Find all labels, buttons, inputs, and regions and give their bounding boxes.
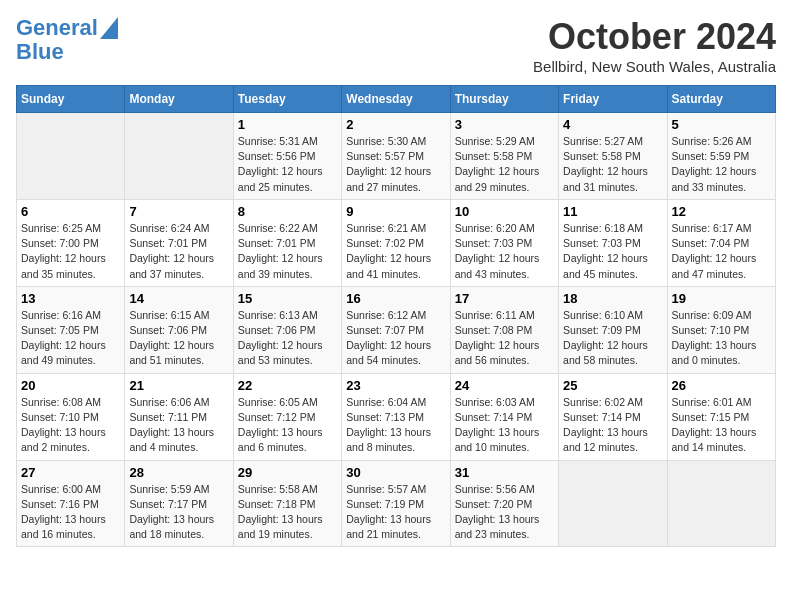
day-info: Sunrise: 6:01 AM Sunset: 7:15 PM Dayligh… [672,395,771,456]
day-number: 25 [563,378,662,393]
day-info: Sunrise: 6:13 AM Sunset: 7:06 PM Dayligh… [238,308,337,369]
day-number: 18 [563,291,662,306]
calendar-cell: 11 Sunrise: 6:18 AM Sunset: 7:03 PM Dayl… [559,199,667,286]
logo-blue: Blue [16,40,64,64]
calendar-cell: 28 Sunrise: 5:59 AM Sunset: 7:17 PM Dayl… [125,460,233,547]
calendar-cell: 3 Sunrise: 5:29 AM Sunset: 5:58 PM Dayli… [450,113,558,200]
day-info: Sunrise: 5:58 AM Sunset: 7:18 PM Dayligh… [238,482,337,543]
day-number: 17 [455,291,554,306]
day-info: Sunrise: 5:30 AM Sunset: 5:57 PM Dayligh… [346,134,445,195]
calendar-cell: 20 Sunrise: 6:08 AM Sunset: 7:10 PM Dayl… [17,373,125,460]
month-title: October 2024 [533,16,776,58]
title-block: October 2024 Bellbird, New South Wales, … [533,16,776,75]
calendar-cell: 25 Sunrise: 6:02 AM Sunset: 7:14 PM Dayl… [559,373,667,460]
calendar-cell: 24 Sunrise: 6:03 AM Sunset: 7:14 PM Dayl… [450,373,558,460]
calendar-cell: 8 Sunrise: 6:22 AM Sunset: 7:01 PM Dayli… [233,199,341,286]
logo-general: General [16,15,98,40]
calendar-cell [559,460,667,547]
day-number: 8 [238,204,337,219]
day-number: 28 [129,465,228,480]
day-number: 24 [455,378,554,393]
svg-marker-0 [100,17,118,39]
calendar-cell: 29 Sunrise: 5:58 AM Sunset: 7:18 PM Dayl… [233,460,341,547]
day-number: 11 [563,204,662,219]
calendar-cell: 22 Sunrise: 6:05 AM Sunset: 7:12 PM Dayl… [233,373,341,460]
day-info: Sunrise: 5:26 AM Sunset: 5:59 PM Dayligh… [672,134,771,195]
day-info: Sunrise: 6:08 AM Sunset: 7:10 PM Dayligh… [21,395,120,456]
day-info: Sunrise: 6:12 AM Sunset: 7:07 PM Dayligh… [346,308,445,369]
calendar-cell: 14 Sunrise: 6:15 AM Sunset: 7:06 PM Dayl… [125,286,233,373]
calendar-cell: 5 Sunrise: 5:26 AM Sunset: 5:59 PM Dayli… [667,113,775,200]
day-info: Sunrise: 5:27 AM Sunset: 5:58 PM Dayligh… [563,134,662,195]
logo: General Blue [16,16,118,64]
calendar-cell: 6 Sunrise: 6:25 AM Sunset: 7:00 PM Dayli… [17,199,125,286]
calendar-cell: 19 Sunrise: 6:09 AM Sunset: 7:10 PM Dayl… [667,286,775,373]
col-header-tuesday: Tuesday [233,86,341,113]
day-number: 14 [129,291,228,306]
col-header-saturday: Saturday [667,86,775,113]
day-number: 20 [21,378,120,393]
day-number: 22 [238,378,337,393]
calendar-cell: 17 Sunrise: 6:11 AM Sunset: 7:08 PM Dayl… [450,286,558,373]
calendar-cell: 2 Sunrise: 5:30 AM Sunset: 5:57 PM Dayli… [342,113,450,200]
calendar-cell: 21 Sunrise: 6:06 AM Sunset: 7:11 PM Dayl… [125,373,233,460]
calendar-cell: 12 Sunrise: 6:17 AM Sunset: 7:04 PM Dayl… [667,199,775,286]
calendar-cell [667,460,775,547]
calendar-table: SundayMondayTuesdayWednesdayThursdayFrid… [16,85,776,547]
day-number: 4 [563,117,662,132]
day-info: Sunrise: 6:15 AM Sunset: 7:06 PM Dayligh… [129,308,228,369]
calendar-cell: 9 Sunrise: 6:21 AM Sunset: 7:02 PM Dayli… [342,199,450,286]
day-number: 19 [672,291,771,306]
location-subtitle: Bellbird, New South Wales, Australia [533,58,776,75]
day-info: Sunrise: 6:09 AM Sunset: 7:10 PM Dayligh… [672,308,771,369]
calendar-cell: 4 Sunrise: 5:27 AM Sunset: 5:58 PM Dayli… [559,113,667,200]
day-number: 15 [238,291,337,306]
day-number: 1 [238,117,337,132]
day-number: 23 [346,378,445,393]
day-info: Sunrise: 6:25 AM Sunset: 7:00 PM Dayligh… [21,221,120,282]
calendar-cell: 16 Sunrise: 6:12 AM Sunset: 7:07 PM Dayl… [342,286,450,373]
col-header-wednesday: Wednesday [342,86,450,113]
calendar-cell [125,113,233,200]
day-info: Sunrise: 6:06 AM Sunset: 7:11 PM Dayligh… [129,395,228,456]
day-number: 5 [672,117,771,132]
day-number: 13 [21,291,120,306]
day-info: Sunrise: 6:02 AM Sunset: 7:14 PM Dayligh… [563,395,662,456]
calendar-cell: 10 Sunrise: 6:20 AM Sunset: 7:03 PM Dayl… [450,199,558,286]
day-info: Sunrise: 6:18 AM Sunset: 7:03 PM Dayligh… [563,221,662,282]
col-header-thursday: Thursday [450,86,558,113]
col-header-sunday: Sunday [17,86,125,113]
day-number: 2 [346,117,445,132]
day-number: 27 [21,465,120,480]
day-number: 16 [346,291,445,306]
col-header-friday: Friday [559,86,667,113]
calendar-week-row: 20 Sunrise: 6:08 AM Sunset: 7:10 PM Dayl… [17,373,776,460]
day-number: 29 [238,465,337,480]
calendar-cell: 15 Sunrise: 6:13 AM Sunset: 7:06 PM Dayl… [233,286,341,373]
calendar-week-row: 1 Sunrise: 5:31 AM Sunset: 5:56 PM Dayli… [17,113,776,200]
day-number: 31 [455,465,554,480]
day-info: Sunrise: 6:17 AM Sunset: 7:04 PM Dayligh… [672,221,771,282]
calendar-week-row: 27 Sunrise: 6:00 AM Sunset: 7:16 PM Dayl… [17,460,776,547]
calendar-cell: 30 Sunrise: 5:57 AM Sunset: 7:19 PM Dayl… [342,460,450,547]
day-info: Sunrise: 6:16 AM Sunset: 7:05 PM Dayligh… [21,308,120,369]
day-info: Sunrise: 6:00 AM Sunset: 7:16 PM Dayligh… [21,482,120,543]
day-number: 7 [129,204,228,219]
calendar-cell: 13 Sunrise: 6:16 AM Sunset: 7:05 PM Dayl… [17,286,125,373]
day-number: 30 [346,465,445,480]
day-info: Sunrise: 6:22 AM Sunset: 7:01 PM Dayligh… [238,221,337,282]
calendar-week-row: 13 Sunrise: 6:16 AM Sunset: 7:05 PM Dayl… [17,286,776,373]
calendar-cell: 27 Sunrise: 6:00 AM Sunset: 7:16 PM Dayl… [17,460,125,547]
calendar-cell: 1 Sunrise: 5:31 AM Sunset: 5:56 PM Dayli… [233,113,341,200]
logo-arrow-icon [100,17,118,39]
day-info: Sunrise: 5:29 AM Sunset: 5:58 PM Dayligh… [455,134,554,195]
day-info: Sunrise: 6:04 AM Sunset: 7:13 PM Dayligh… [346,395,445,456]
logo-text: General [16,16,98,40]
calendar-cell: 7 Sunrise: 6:24 AM Sunset: 7:01 PM Dayli… [125,199,233,286]
day-number: 9 [346,204,445,219]
day-info: Sunrise: 5:56 AM Sunset: 7:20 PM Dayligh… [455,482,554,543]
day-info: Sunrise: 5:57 AM Sunset: 7:19 PM Dayligh… [346,482,445,543]
calendar-cell: 31 Sunrise: 5:56 AM Sunset: 7:20 PM Dayl… [450,460,558,547]
col-header-monday: Monday [125,86,233,113]
day-info: Sunrise: 6:20 AM Sunset: 7:03 PM Dayligh… [455,221,554,282]
